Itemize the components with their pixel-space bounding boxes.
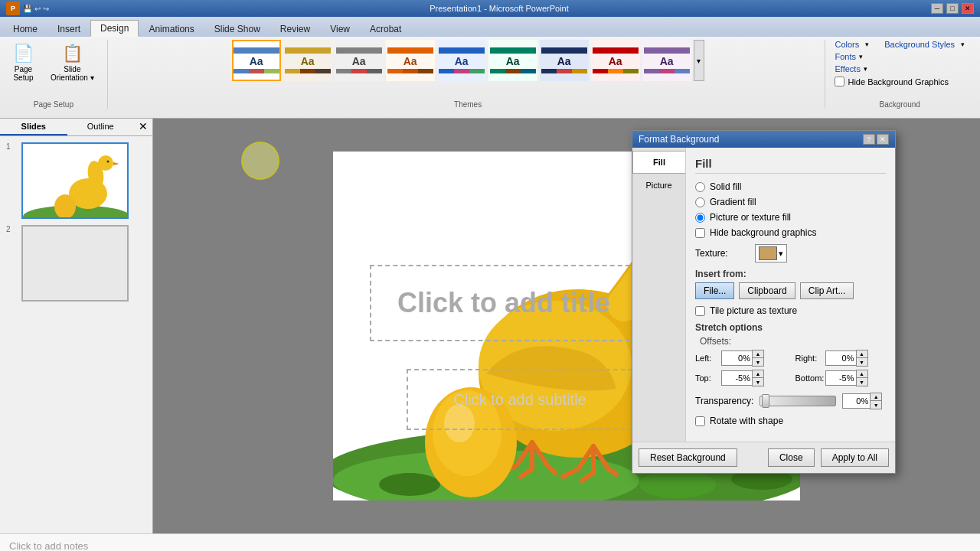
slide-preview-1[interactable] [21,142,129,219]
close-button[interactable]: ✕ [962,3,974,14]
right-up[interactable]: ▲ [857,350,867,358]
left-down[interactable]: ▼ [753,358,763,366]
panel-tab-outline[interactable]: Outline [67,119,135,135]
panel-tab-slides[interactable]: Slides [0,119,67,135]
slides-list: 1 [0,136,152,314]
clip-art-button[interactable]: Clip Art... [800,282,854,299]
stretch-options-label: Stretch options [695,322,886,333]
theme-2[interactable]: Aa [283,40,332,81]
slide-orientation-button[interactable]: 📋 SlideOrientation ▾ [44,40,101,86]
title-placeholder[interactable]: Click to add title [370,265,638,341]
theme-office[interactable]: Aa [232,40,281,81]
svg-point-6 [107,161,109,163]
rotate-checkbox[interactable] [695,416,705,426]
tab-slideshow[interactable]: Slide Show [204,20,270,37]
ribbon-tabs: Home Insert Design Animations Slide Show… [0,17,980,37]
maximize-button[interactable]: □ [946,3,959,14]
tab-home[interactable]: Home [3,20,47,37]
hide-bg-checkbox[interactable] [835,77,844,86]
top-up[interactable]: ▲ [753,370,763,378]
cursor-highlight [241,142,279,180]
transparency-spinner: ▲ ▼ [870,393,882,409]
effects-link[interactable]: Effects [835,64,860,73]
bottom-down[interactable]: ▼ [857,378,867,386]
clipboard-button[interactable]: Clipboard [739,282,795,299]
themes-scroll-down[interactable]: ▾ [694,40,704,81]
top-spinner: ▲ ▼ [752,370,764,386]
tile-checkbox[interactable] [695,306,705,316]
file-button[interactable]: File... [695,282,734,299]
theme-9[interactable]: Aa [642,40,691,81]
picture-fill-row[interactable]: Picture or texture fill [695,212,886,223]
close-dialog-button[interactable]: Close [768,448,815,467]
slide-item-1[interactable]: 1 [6,142,146,219]
top-down[interactable]: ▼ [753,378,763,386]
gradient-fill-radio[interactable] [695,197,705,207]
bg-top-row: Colors ▾ Background Styles ▾ [835,40,965,49]
theme-7[interactable]: Aa [540,40,589,81]
solid-fill-radio[interactable] [695,182,705,192]
picture-fill-radio[interactable] [695,213,705,223]
tab-design[interactable]: Design [90,20,139,37]
panel-close-button[interactable]: ✕ [134,119,152,135]
theme-5[interactable]: Aa [437,40,486,81]
slide-item-2[interactable]: 2 [6,225,146,302]
slide1-preview-svg [23,144,129,219]
hide-bg-graphics-checkbox[interactable] [695,228,705,238]
left-input[interactable] [721,350,752,366]
theme-8[interactable]: Aa [591,40,640,81]
solid-fill-label: Solid fill [710,181,741,192]
hide-bg-graphics-label: Hide background graphics [710,227,816,238]
theme-3[interactable]: Aa [335,40,384,81]
right-down[interactable]: ▼ [857,358,867,366]
sidebar-item-fill[interactable]: Fill [632,151,685,174]
page-setup-button[interactable]: 📄 PageSetup [6,40,41,86]
colors-link[interactable]: Colors [835,40,859,49]
background-styles-link[interactable]: Background Styles [884,40,955,49]
ribbon-content: 📄 PageSetup 📋 SlideOrientation ▾ Page Se… [0,37,980,118]
apply-to-all-button[interactable]: Apply to All [821,448,889,467]
slide-preview-2[interactable] [21,225,129,302]
tile-checkbox-row[interactable]: Tile picture as texture [695,305,886,316]
transparency-input[interactable] [842,393,870,409]
reset-background-button[interactable]: Reset Background [639,448,737,467]
tab-animations[interactable]: Animations [139,20,204,37]
tab-view[interactable]: View [320,20,360,37]
sidebar-item-picture[interactable]: Picture [632,174,685,197]
fonts-link[interactable]: Fonts [835,52,856,61]
subtitle-placeholder[interactable]: Click to add subtitle [407,369,633,430]
solid-fill-row[interactable]: Solid fill [695,181,886,192]
transparency-thumb[interactable] [762,394,769,408]
theme-6[interactable]: Aa [488,40,537,81]
texture-label: Texture: [695,248,749,259]
dialog-close-button[interactable]: ✕ [877,134,889,145]
transparency-slider[interactable] [760,396,836,406]
right-input[interactable] [825,350,856,366]
dialog-help-button[interactable]: ? [863,134,875,145]
tab-insert[interactable]: Insert [47,20,90,37]
gradient-fill-label: Gradient fill [710,197,756,207]
left-up[interactable]: ▲ [753,350,763,358]
quick-access: 💾 ↩ ↪ [23,5,49,13]
minimize-button[interactable]: ─ [931,3,943,14]
notes-bar[interactable]: Click to add notes [0,533,980,551]
gradient-fill-row[interactable]: Gradient fill [695,197,886,207]
insert-from-label: Insert from: [695,269,886,279]
hide-bg-graphics-row[interactable]: Hide background graphics [695,227,886,238]
transparency-up[interactable]: ▲ [871,393,881,401]
theme-4[interactable]: Aa [386,40,435,81]
tab-acrobat[interactable]: Acrobat [360,20,411,37]
dialog-footer: Reset Background Close Apply to All [632,442,895,473]
texture-button[interactable]: ▾ [755,244,787,262]
left-label: Left: [695,354,718,363]
transparency-down[interactable]: ▼ [871,401,881,409]
bottom-input[interactable] [825,370,856,386]
slide-panel: Slides Outline ✕ 1 [0,119,153,533]
tab-review[interactable]: Review [270,20,320,37]
rotate-checkbox-row[interactable]: Rotate with shape [695,416,886,426]
bottom-up[interactable]: ▲ [857,370,867,378]
top-input[interactable] [721,370,752,386]
notes-placeholder: Click to add notes [9,540,88,551]
background-group-label: Background [880,100,920,109]
right-label: Right: [795,354,822,363]
